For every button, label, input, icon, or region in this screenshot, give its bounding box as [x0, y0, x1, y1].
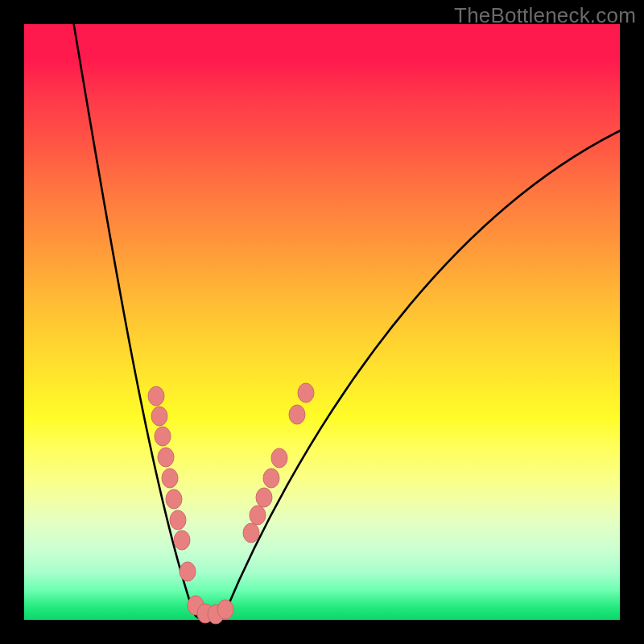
- bottom-markers: [188, 596, 233, 624]
- data-marker: [174, 530, 190, 550]
- bottleneck-curve: [72, 16, 624, 621]
- chart-frame: TheBottleneck.com: [0, 0, 644, 644]
- data-marker: [148, 386, 164, 406]
- data-marker: [298, 383, 314, 402]
- data-marker: [256, 488, 272, 507]
- plot-area: [24, 24, 620, 620]
- data-marker: [243, 523, 259, 543]
- data-marker: [170, 510, 186, 530]
- data-marker: [271, 448, 287, 468]
- data-marker: [158, 448, 174, 467]
- data-marker: [162, 469, 178, 488]
- data-marker: [263, 469, 279, 488]
- left-branch-markers: [148, 386, 196, 581]
- right-branch-markers: [243, 383, 314, 543]
- data-marker: [217, 600, 233, 619]
- data-marker: [166, 489, 182, 509]
- chart-svg: [24, 24, 620, 620]
- data-marker: [289, 405, 305, 424]
- data-marker: [180, 562, 196, 581]
- data-marker: [155, 427, 171, 446]
- data-marker: [250, 506, 266, 525]
- data-marker: [151, 407, 167, 426]
